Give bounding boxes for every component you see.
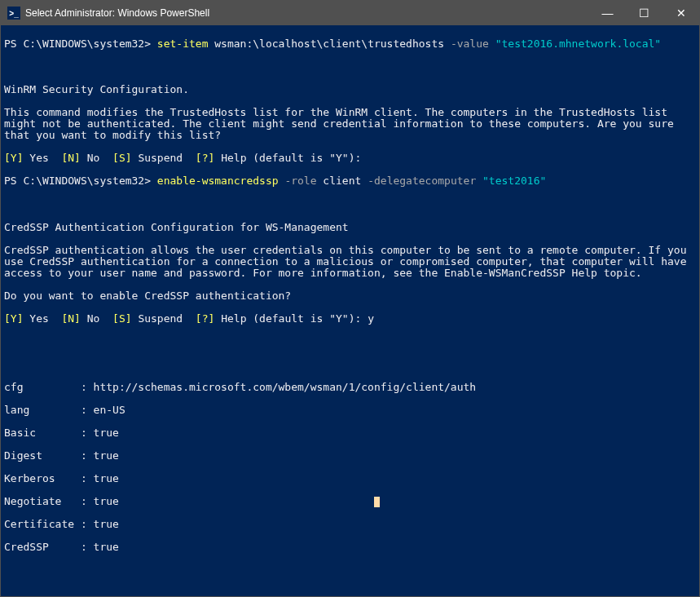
choice-no: [N] (61, 312, 80, 325)
cmd-param: -role (284, 175, 316, 187)
choice-label: Help (default is "Y"): (214, 312, 361, 325)
output-text: CredSSP authentication allows the user c… (4, 245, 696, 279)
choice-label: Yes (23, 152, 61, 164)
output-text: Negotiate : true (4, 496, 696, 507)
minimize-button[interactable]: — (589, 1, 626, 25)
output-text: Digest : true (4, 450, 696, 462)
close-button[interactable]: ✕ (663, 1, 699, 25)
choice-help: [?] (196, 152, 214, 164)
choice-yes: [Y] (4, 312, 23, 325)
choice-yes: [Y] (4, 152, 23, 164)
output-text: CredSSP : true (4, 542, 696, 553)
output-text: Certificate : true (4, 519, 696, 530)
blank-line (4, 198, 696, 210)
output-text: Do you want to enable CredSSP authentica… (4, 290, 696, 302)
choice-label: Suspend (132, 312, 196, 325)
cmdlet: set-item (157, 38, 209, 50)
output-text: Basic : true (4, 427, 696, 439)
choice-no: [N] (61, 152, 80, 164)
titlebar[interactable]: >_ Select Administrator: Windows PowerSh… (1, 1, 699, 25)
prompt: PS C:\WINDOWS\system32> (4, 175, 151, 187)
cmd-string: "test2016.mhnetwork.local" (495, 38, 662, 50)
prompt-choices: [Y] Yes [N] No [S] Suspend [?] Help (def… (4, 153, 696, 164)
output-text: Kerberos : true (4, 473, 696, 484)
cmd-arg: client (323, 175, 361, 187)
window-title: Select Administrator: Windows PowerShell (25, 7, 589, 19)
maximize-button[interactable]: ☐ (626, 1, 663, 25)
choice-label: No (81, 312, 112, 325)
powershell-window: >_ Select Administrator: Windows PowerSh… (0, 0, 700, 597)
prompt-choices: [Y] Yes [N] No [S] Suspend [?] Help (def… (4, 313, 696, 325)
cmd-arg: wsman:\localhost\client\trustedhosts (214, 38, 444, 50)
blank-line (4, 336, 696, 347)
output-text: cfg : http://schemas.microsoft.com/wbem/… (4, 382, 696, 393)
output-value: Negotiate : true (4, 495, 119, 507)
cmd-param: -value (451, 38, 489, 50)
blank-line (4, 588, 696, 596)
choice-suspend: [S] (112, 152, 131, 164)
cmd-string: "test2016" (482, 175, 546, 187)
output-text: WinRM Security Configuration. (4, 84, 696, 95)
powershell-icon: >_ (7, 7, 20, 20)
choice-label: No (81, 152, 112, 164)
blank-line (4, 564, 696, 576)
terminal[interactable]: PS C:\WINDOWS\system32> set-item wsman:\… (1, 25, 699, 596)
choice-label: Yes (23, 312, 61, 325)
selection-cursor (374, 497, 380, 507)
choice-help: [?] (196, 312, 214, 325)
prompt: PS C:\WINDOWS\system32> (4, 38, 151, 50)
output-text: lang : en-US (4, 405, 696, 416)
choice-label: Help (default is "Y"): (214, 152, 361, 164)
window-controls: — ☐ ✕ (589, 1, 699, 25)
terminal-line: PS C:\WINDOWS\system32> set-item wsman:\… (4, 38, 696, 50)
output-text: CredSSP Authentication Configuration for… (4, 222, 696, 233)
cmd-param: -delegatecomputer (368, 175, 476, 187)
terminal-line: PS C:\WINDOWS\system32> enable-wsmancred… (4, 175, 696, 187)
output-text: This command modifies the TrustedHosts l… (4, 107, 696, 141)
user-input: y (361, 312, 374, 325)
choice-label: Suspend (132, 152, 196, 164)
blank-line (4, 61, 696, 73)
blank-line (4, 359, 696, 370)
cmdlet: enable-wsmancredssp (157, 175, 279, 187)
choice-suspend: [S] (112, 312, 131, 325)
